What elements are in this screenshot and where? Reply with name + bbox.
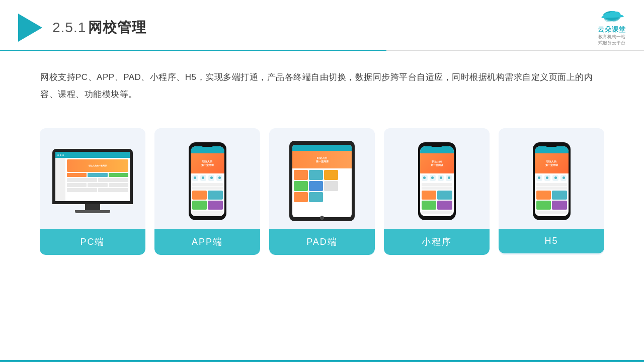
brand-name: 云朵课堂 <box>598 25 626 34</box>
brand-slogan: 教育机构一站式服务云平台 <box>598 34 625 46</box>
card-app: 职达人的第一堂网课 <box>154 128 260 255</box>
card-pad-label: PAD端 <box>269 229 375 255</box>
pc-mockup: 职达人的第一堂网课 <box>52 149 133 213</box>
description-text: 网校支持PC、APP、PAD、小程序、H5，实现多端打通，产品各终端自由切换，数… <box>0 46 644 113</box>
card-app-label: APP端 <box>154 229 260 255</box>
card-h5-label: H5 <box>499 229 604 253</box>
header-divider <box>0 50 644 51</box>
card-h5: 职达人的第一堂网课 <box>499 128 604 255</box>
card-miniprogram: 职达人的第一堂网课 <box>384 128 490 255</box>
bottom-accent-line <box>0 360 644 362</box>
brand-logo: 云朵课堂 教育机构一站式服务云平台 <box>598 9 626 46</box>
card-pc: 职达人的第一堂网课 <box>40 128 145 255</box>
card-miniprogram-image: 职达人的第一堂网课 <box>384 128 490 229</box>
card-pad-image: 职达人的第一堂网课 <box>269 128 375 229</box>
card-miniprogram-label: 小程序 <box>384 229 490 255</box>
card-pc-label: PC端 <box>40 229 145 255</box>
card-pc-image: 职达人的第一堂网课 <box>40 128 145 229</box>
phone-mockup-h5: 职达人的第一堂网课 <box>533 142 571 220</box>
phone-mockup-mini: 职达人的第一堂网课 <box>418 142 456 220</box>
card-app-image: 职达人的第一堂网课 <box>154 128 260 229</box>
phone-mockup-app: 职达人的第一堂网课 <box>189 142 226 220</box>
page-header: 2.5.1网校管理 云朵课堂 教育机构一站式服务云平台 <box>0 0 644 46</box>
tablet-mockup: 职达人的第一堂网课 <box>289 141 355 221</box>
brand-triangle-icon <box>18 14 42 42</box>
page-title: 2.5.1网校管理 <box>52 18 146 37</box>
card-h5-image: 职达人的第一堂网课 <box>499 128 604 229</box>
cloud-icon <box>598 9 626 24</box>
cards-grid: 职达人的第一堂网课 <box>0 118 644 270</box>
card-pad: 职达人的第一堂网课 PAD端 <box>269 128 375 255</box>
